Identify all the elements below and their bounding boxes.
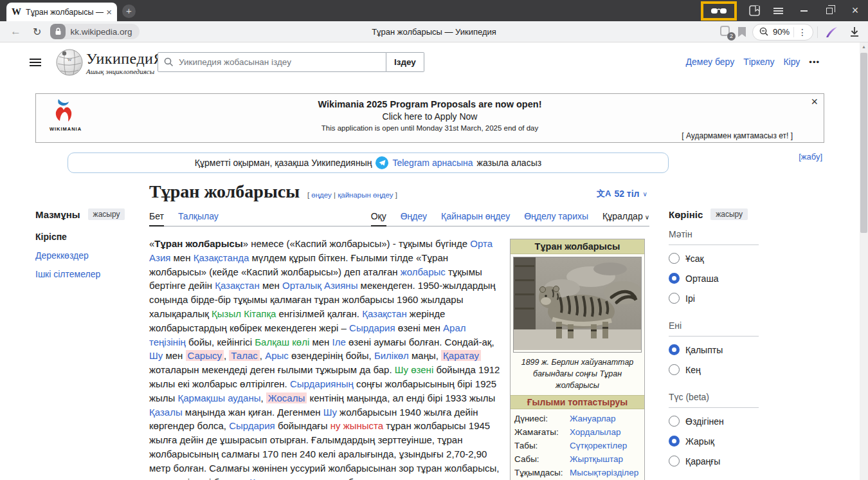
article-tab-Қайнарын өңдеу[interactable]: Қайнарын өңдеу	[441, 211, 510, 221]
article-link[interactable]: Шу өзені	[395, 364, 433, 375]
browser-menu-icon[interactable]	[765, 0, 791, 21]
article-link[interactable]: Сырдария	[349, 322, 395, 333]
radio-option-Ірі[interactable]: Ірі	[669, 291, 759, 305]
article-tab-Оқу[interactable]: Оқу	[371, 211, 386, 221]
taxon-value[interactable]: Сүтқоректілер	[570, 441, 627, 450]
header-link[interactable]: Кіру	[783, 57, 800, 67]
article-link[interactable]: Балқаш көлі	[255, 337, 309, 347]
taxon-value[interactable]: Мысықтәрізділер	[570, 468, 638, 477]
banner-close-icon[interactable]: ×	[811, 95, 818, 109]
radio-unchecked-icon[interactable]	[669, 293, 680, 304]
new-tab-button[interactable]: +	[122, 5, 136, 18]
appearance-hide-button[interactable]: жасыру	[710, 208, 748, 220]
radio-option-Орташа[interactable]: Орташа	[669, 272, 759, 285]
radio-option-Қалыпты[interactable]: Қалыпты	[669, 343, 759, 356]
article-link[interactable]: Шу	[323, 407, 337, 418]
radio-option-Қараңғы[interactable]: Қараңғы	[669, 454, 759, 468]
highlighted-glasses-box[interactable]	[701, 1, 737, 21]
radio-unchecked-icon[interactable]	[669, 364, 680, 375]
close-banner-link[interactable]: [жабу]	[799, 152, 822, 162]
radio-option-Ұсақ[interactable]: Ұсақ	[669, 252, 759, 265]
reload-icon[interactable]: ↻	[33, 26, 41, 38]
article-link[interactable]: ну жыныста	[330, 420, 383, 431]
back-icon[interactable]: ←	[10, 25, 21, 38]
search-box[interactable]	[158, 52, 386, 72]
restore-button[interactable]	[817, 0, 842, 21]
wikipedia-globe-logo[interactable]: W	[55, 48, 84, 79]
page-scrollbar[interactable]: ▲	[860, 42, 868, 480]
article-link[interactable]: Керуенге	[249, 477, 290, 480]
language-selector[interactable]: 文A 52 тіл ∨	[597, 188, 647, 199]
scrollbar-thumb[interactable]	[860, 53, 867, 233]
close-button[interactable]: ×	[842, 0, 868, 21]
main-menu-icon[interactable]	[30, 57, 41, 68]
taxon-value[interactable]: Жыртқыштар	[570, 454, 623, 464]
minimize-button[interactable]	[791, 0, 817, 21]
zoom-control[interactable]: 90% ⋮	[752, 24, 813, 41]
lock-icon[interactable]	[50, 24, 66, 39]
wikimania-banner[interactable]: WIKIMANIA Wikimania 2025 Program Proposa…	[35, 93, 824, 143]
browser-tab[interactable]: W Тұран жолбарысы — Уи ×	[6, 3, 117, 21]
toc-item[interactable]: Ішкі сілтемелер	[35, 268, 143, 281]
article-tab-Талқылау[interactable]: Талқылау	[178, 211, 219, 221]
tab-groups-icon[interactable]: 2	[720, 26, 734, 39]
article-link[interactable]: Қазалы	[149, 407, 183, 418]
article-link[interactable]: Сырдария	[229, 420, 275, 431]
radio-option-Өздігінен[interactable]: Өздігінен	[669, 414, 759, 428]
radio-checked-icon[interactable]	[669, 273, 680, 284]
article-link[interactable]: Сырдарияның	[290, 378, 354, 389]
header-link[interactable]: Демеу беру	[686, 57, 735, 67]
bookmark-icon[interactable]	[738, 27, 746, 37]
search-input[interactable]	[179, 57, 386, 67]
tiger-photo[interactable]	[513, 257, 642, 353]
download-icon[interactable]	[845, 26, 864, 37]
yandex-pen-icon[interactable]	[822, 25, 841, 39]
header-link[interactable]: Тіркелу	[743, 57, 774, 67]
radio-option-Жарық[interactable]: Жарық	[669, 434, 759, 448]
edit-link[interactable]: өңдеу	[311, 191, 331, 199]
radio-checked-icon[interactable]	[669, 344, 680, 355]
header-more-icon[interactable]: •••	[809, 57, 820, 67]
edit-source-link[interactable]: қайнарын өңдеу	[338, 191, 393, 199]
article-link[interactable]: Қазақстан	[215, 280, 260, 291]
url-field[interactable]: kk.wikipedia.org	[50, 24, 140, 39]
banner-translate-note[interactable]: [ Аудармамен қамтамасыз ет! ]	[682, 131, 793, 140]
article-link[interactable]: Арыс	[265, 350, 289, 361]
article-link[interactable]: Билікөл	[374, 350, 409, 361]
article-link[interactable]: жолбарыс	[401, 266, 446, 277]
wikipedia-wordmark[interactable]: УикипедиЯ Ашық энциклопедиясы	[86, 50, 164, 75]
article-link[interactable]: Қазақстанда	[194, 252, 249, 263]
more-options-icon[interactable]: ⋮	[798, 27, 808, 37]
article-tab-Өңделу тарихы[interactable]: Өңделу тарихы	[524, 211, 588, 221]
search-button[interactable]: Іздеу	[386, 52, 424, 72]
article-link[interactable]: Қармақшы ауданы	[178, 392, 261, 403]
tab-close-icon[interactable]: ×	[106, 6, 112, 17]
radio-unchecked-icon[interactable]	[669, 456, 680, 466]
radio-option-Кең[interactable]: Кең	[669, 363, 759, 376]
article-link[interactable]: Қызыл Кітапқа	[212, 308, 276, 319]
article-title: Тұран жолбарысы	[149, 181, 300, 201]
toc-hide-button[interactable]: жасыру	[88, 208, 125, 220]
article-link[interactable]: Іле	[332, 337, 346, 347]
toc-item[interactable]: Дереккөздер	[35, 249, 143, 262]
scrollbar-up-icon[interactable]: ▲	[860, 44, 868, 49]
article-tab-Бет[interactable]: Бет	[149, 211, 164, 221]
article-link[interactable]: Орталық Азияны	[282, 280, 357, 291]
article-tab-Құралдар[interactable]: Құралдар∨	[602, 211, 649, 221]
article-link[interactable]: Жосалы	[266, 392, 307, 403]
radio-unchecked-icon[interactable]	[669, 253, 680, 264]
article-link[interactable]: Талас	[229, 350, 259, 361]
sidebar-bookmark-icon[interactable]	[743, 0, 765, 21]
taxon-value[interactable]: Хордалылар	[570, 427, 620, 437]
toc-item[interactable]: Кіріспе	[35, 230, 143, 243]
taxon-value[interactable]: Жануарлар	[570, 414, 616, 423]
article-link[interactable]: Қаратау	[441, 350, 481, 361]
telegram-channel-link[interactable]: Telegram арнасына	[392, 158, 473, 168]
banner-apply-link[interactable]: Click here to Apply Now	[36, 111, 824, 122]
radio-checked-icon[interactable]	[669, 436, 680, 447]
article-tab-Өңдеу[interactable]: Өңдеу	[401, 211, 427, 221]
article-link[interactable]: Сарысу	[186, 350, 224, 361]
radio-unchecked-icon[interactable]	[669, 416, 680, 427]
article-link[interactable]: Қазақстан	[362, 308, 407, 319]
article-link[interactable]: Шу	[149, 350, 163, 361]
